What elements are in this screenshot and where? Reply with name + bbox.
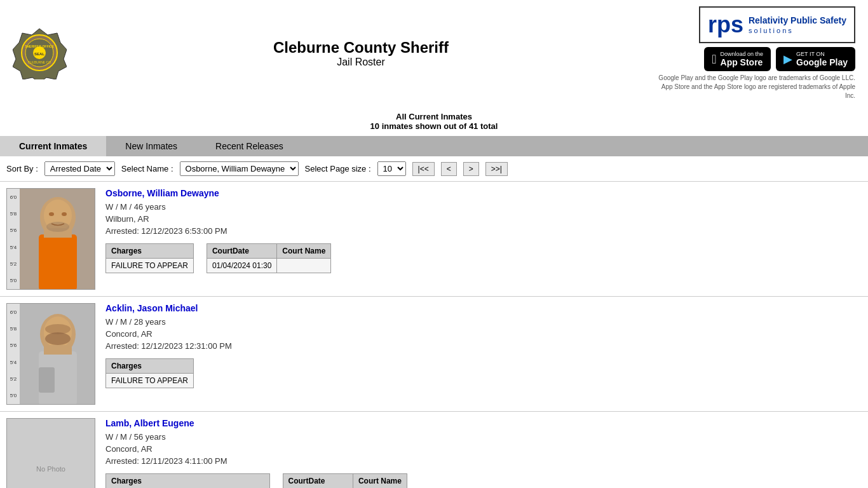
charges-table: Charges FAILURE TO APPEAR POSSESSION OF … (105, 473, 270, 488)
tab-current-inmates[interactable]: Current Inmates (0, 136, 106, 156)
svg-rect-9 (39, 234, 77, 290)
inmate-photo: 6'05'85'65'45'25'0 (6, 303, 95, 405)
inmate-arrested-date: Arrested: 12/12/2023 6:53:00 PM (105, 226, 862, 236)
inmate-row: No Photo Lamb, Albert Eugene W / M / 56 … (0, 412, 868, 488)
appstore-top: Download on the (721, 51, 764, 57)
court-name-value (277, 259, 331, 273)
pagesize-label: Select Page size : (305, 164, 371, 173)
svg-text:CLEBURNE CO: CLEBURNE CO (28, 60, 51, 64)
svg-rect-22 (39, 367, 55, 393)
tab-recent-releases[interactable]: Recent Releases (196, 136, 302, 156)
inmate-details: Lamb, Albert Eugene W / M / 56 years Con… (105, 418, 862, 488)
first-page-button[interactable]: |<< (412, 162, 435, 176)
inmate-name[interactable]: Acklin, Jason Michael (105, 303, 862, 313)
rps-line1: Relativity Public Safety (749, 15, 846, 26)
googleplay-button[interactable]: ▶ GET IT ON Google Play (776, 47, 855, 71)
charges-header: Charges (106, 359, 194, 374)
inmate-details: Acklin, Jason Michael W / M / 28 years C… (105, 303, 862, 388)
appstore-bottom: App Store (721, 57, 764, 67)
inmate-row: 6'05'85'65'45'25'0 Acklin, Jason Michael… (0, 297, 868, 412)
summary-line2: 10 inmates shown out of 41 total (5, 121, 863, 131)
inmate-demographics: W / M / 28 years (105, 317, 862, 327)
svg-point-14 (46, 222, 69, 232)
height-ruler: 6'05'85'65'45'25'0 (7, 304, 20, 404)
charge-row: FAILURE TO APPEAR (106, 374, 194, 388)
court-table: CourtDate Court Name 01/17/2024 13:30 01… (283, 473, 407, 488)
mugshot-silhouette (20, 304, 95, 405)
inmate-name[interactable]: Lamb, Albert Eugene (105, 418, 862, 428)
svg-point-21 (45, 324, 71, 334)
googleplay-text: GET IT ON Google Play (796, 51, 848, 67)
court-name-header: Court Name (353, 474, 407, 489)
trademark-line2: App Store and the App Store logo are reg… (652, 83, 855, 100)
tab-new-inmates[interactable]: New Inmates (106, 136, 196, 156)
prev-page-button[interactable]: < (441, 162, 457, 176)
charges-court-container: Charges FAILURE TO APPEAR (105, 356, 862, 388)
sort-label: Sort By : (6, 164, 38, 173)
last-page-button[interactable]: >>| (485, 162, 508, 176)
pagesize-select[interactable]: 10 25 50 (377, 161, 406, 176)
sheriff-badge-icon: SHERIFF'S OFFICE SEAL CLEBURNE CO (13, 25, 67, 79)
play-icon: ▶ (783, 52, 792, 66)
charges-table: Charges FAILURE TO APPEAR (105, 243, 194, 273)
page-title: Cleburne County Sheriff (70, 39, 652, 57)
rps-logo: rps Relativity Public Safety s o l u t i… (699, 6, 855, 43)
svg-text:SEAL: SEAL (34, 52, 44, 56)
header-right-block: rps Relativity Public Safety s o l u t i… (652, 6, 855, 100)
charges-header: Charges (106, 474, 270, 489)
no-photo-placeholder: No Photo (7, 419, 95, 488)
court-date-header: CourtDate (283, 474, 353, 489)
inmate-name[interactable]: Osborne, William Dewayne (105, 188, 862, 198)
header-title-block: Cleburne County Sheriff Jail Roster (70, 39, 652, 68)
page-header: SHERIFF'S OFFICE SEAL CLEBURNE CO Clebur… (0, 0, 868, 107)
svg-point-13 (62, 212, 67, 216)
court-row: 01/04/2024 01:30 (207, 259, 330, 273)
rps-letters: rps (708, 11, 743, 38)
mugshot-silhouette (20, 189, 95, 290)
court-table: CourtDate Court Name 01/04/2024 01:30 (207, 243, 331, 273)
name-select[interactable]: Osborne, William Dewayne Acklin, Jason M… (180, 161, 299, 176)
charge-value: FAILURE TO APPEAR (106, 374, 194, 388)
page-subtitle: Jail Roster (70, 57, 652, 68)
sheriff-badge-container: SHERIFF'S OFFICE SEAL CLEBURNE CO (13, 25, 70, 81)
inmate-arrested-date: Arrested: 12/11/2023 4:11:00 PM (105, 456, 862, 466)
inmate-location: Concord, AR (105, 329, 862, 339)
trademark-line1: Google Play and the Google Play logo are… (652, 74, 855, 83)
height-ruler: 6'05'85'65'45'25'0 (7, 189, 20, 289)
inmate-row: 6'05'85'65'45'25'0 Osborne, William Dewa… (0, 182, 868, 297)
appstore-text: Download on the App Store (721, 51, 764, 67)
inmate-photo: 6'05'85'65'45'25'0 (6, 188, 95, 290)
charges-header: Charges (106, 244, 194, 259)
next-page-button[interactable]: > (463, 162, 479, 176)
charges-court-container: Charges FAILURE TO APPEAR POSSESSION OF … (105, 471, 862, 488)
court-date-header: CourtDate (207, 244, 276, 259)
googleplay-top: GET IT ON (796, 51, 848, 57)
rps-line2: s o l u t i o n s (749, 26, 846, 35)
name-label: Select Name : (121, 164, 173, 173)
appstore-button[interactable]:  Download on the App Store (704, 47, 771, 71)
inmate-details: Osborne, William Dewayne W / M / 46 year… (105, 188, 862, 273)
rps-text-block: Relativity Public Safety s o l u t i o n… (749, 15, 846, 35)
court-name-header: Court Name (277, 244, 331, 259)
summary-line1: All Current Inmates (5, 112, 863, 121)
inmate-arrested-date: Arrested: 12/12/2023 12:31:00 PM (105, 341, 862, 351)
inmate-location: Wilburn, AR (105, 214, 862, 224)
svg-rect-19 (44, 345, 72, 355)
court-date-value: 01/04/2024 01:30 (207, 259, 276, 273)
charge-row: FAILURE TO APPEAR (106, 259, 194, 273)
apple-icon:  (712, 52, 716, 67)
app-buttons-container:  Download on the App Store ▶ GET IT ON … (704, 47, 855, 71)
sort-select[interactable]: Arrested Date (44, 161, 115, 176)
inmate-location: Concord, AR (105, 444, 862, 454)
inmate-demographics: W / M / 46 years (105, 202, 862, 212)
summary-block: All Current Inmates 10 inmates shown out… (0, 107, 868, 136)
inmate-photo: No Photo (6, 418, 95, 488)
charges-court-container: Charges FAILURE TO APPEAR CourtDate Cour… (105, 241, 862, 273)
svg-point-12 (49, 212, 54, 216)
controls-bar: Sort By : Arrested Date Select Name : Os… (0, 156, 868, 182)
nav-tabs: Current Inmates New Inmates Recent Relea… (0, 136, 868, 156)
googleplay-bottom: Google Play (796, 57, 848, 67)
charge-value: FAILURE TO APPEAR (106, 259, 194, 273)
charges-table: Charges FAILURE TO APPEAR (105, 358, 194, 388)
inmate-demographics: W / M / 56 years (105, 432, 862, 442)
